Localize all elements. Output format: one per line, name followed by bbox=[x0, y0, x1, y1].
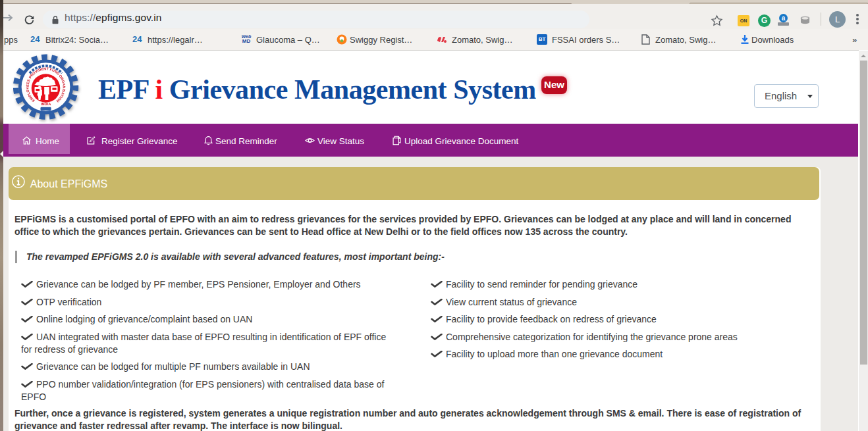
svg-text:INDIA: INDIA bbox=[41, 102, 51, 106]
